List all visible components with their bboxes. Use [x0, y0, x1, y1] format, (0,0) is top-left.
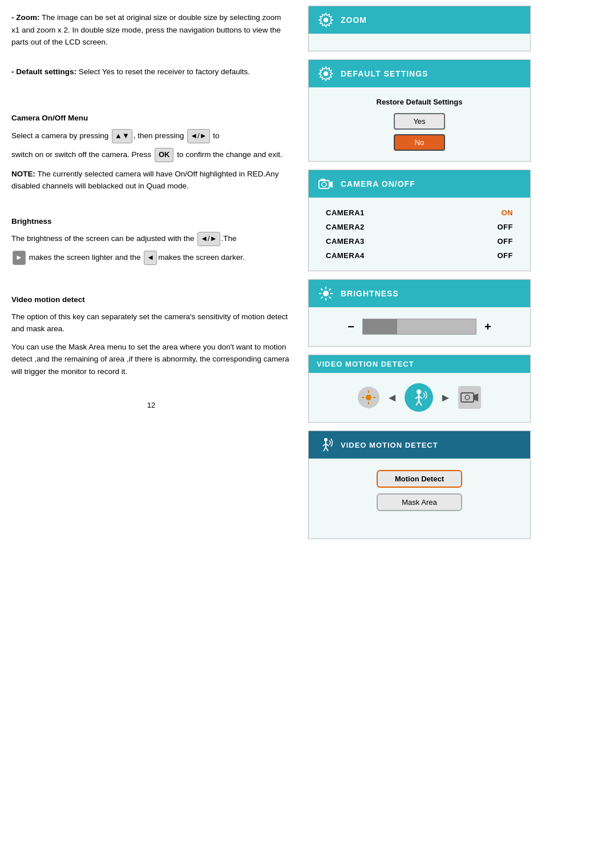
camera1-label: CAMERA1: [326, 208, 365, 217]
default-settings-gear-icon: [317, 65, 335, 83]
svg-point-1: [324, 71, 328, 76]
yes-button[interactable]: Yes: [394, 113, 445, 130]
camera1-row: CAMERA1 ON: [326, 206, 513, 220]
zoom-bold-label: - Zoom:: [11, 13, 40, 22]
vmd-title: Video motion detect: [11, 294, 291, 306]
to-text: to: [213, 131, 219, 140]
svg-line-10: [321, 289, 323, 291]
zoom-description-text: The image can be set at original size or…: [11, 13, 281, 46]
brightness-left-icon: ◄: [144, 251, 157, 265]
vmd2-panel-header: VIDEO MOTION DETECT: [309, 431, 530, 459]
camera4-status: OFF: [498, 251, 514, 260]
camera-onoff-section: Camera On/Off Menu Select a camera by pr…: [11, 112, 291, 192]
brightness-desc2-text: makes the screen lighter and the: [29, 253, 141, 262]
vmd-arrow-left: ◄: [386, 391, 398, 404]
svg-line-11: [329, 297, 331, 299]
vmd2-panel-body: Motion Detect Mask Area: [309, 459, 530, 539]
camera-onoff-desc1: Select a camera by pressing ▲▼, then pre…: [11, 129, 291, 143]
camera-onoff-panel-title: CAMERA ON/OFF: [341, 179, 415, 188]
svg-rect-4: [321, 179, 325, 180]
brightness-right-icon: ►: [13, 251, 26, 265]
brightness-sun-icon: [317, 284, 335, 303]
camera4-label: CAMERA4: [326, 251, 365, 260]
vmd2-panel: VIDEO MOTION DETECT Motion Detect Mask A…: [308, 431, 531, 539]
camera-onoff-desc2: switch on or switch off the camera. Pres…: [11, 148, 291, 162]
zoom-panel: ZOOM: [308, 6, 531, 51]
brightness-desc-text: The brightness of the screen can be adju…: [11, 234, 194, 243]
svg-rect-25: [461, 393, 474, 402]
vmd-desc2: You can use the Mask Area menu to set th…: [11, 341, 291, 378]
camera2-row: CAMERA2 OFF: [326, 220, 513, 234]
svg-point-26: [465, 395, 470, 400]
vmd-section: Video motion detect The option of this k…: [11, 294, 291, 378]
zoom-panel-title: ZOOM: [341, 15, 367, 25]
vmd-camera-icon: [458, 386, 481, 409]
confirm-text: to confirm the change and exit.: [177, 150, 282, 159]
brightness-panel-title: BRIGHTNESS: [341, 289, 399, 298]
page-number: 12: [11, 401, 291, 415]
vmd-sun-icon: [358, 387, 379, 408]
camera-onoff-title: Camera On/Off Menu: [11, 112, 291, 124]
default-settings-panel-body: Restore Default Settings Yes No: [309, 87, 530, 161]
camera-onoff-panel: CAMERA ON/OFF CAMERA1 ON CAMERA2 OFF CAM…: [308, 170, 531, 271]
default-settings-text: Select Yes to reset the receiver to fact…: [76, 67, 250, 76]
camera1-status: ON: [502, 208, 514, 217]
svg-rect-2: [319, 180, 329, 188]
svg-point-14: [366, 395, 371, 400]
camera-icon: [317, 175, 335, 193]
vmd-panel: VIDEO MOTION DETECT ◄: [308, 355, 531, 423]
camera4-row: CAMERA4 OFF: [326, 248, 513, 263]
brightness-nav-lr-icon: ◄/►: [197, 232, 220, 246]
vmd-panel-header: VIDEO MOTION DETECT: [309, 355, 530, 373]
brightness-bar-empty: [397, 319, 476, 334]
default-settings-panel-header: DEFAULT SETTINGS: [309, 60, 530, 87]
vmd-person-icon: [405, 383, 433, 412]
zoom-gear-icon: [317, 11, 335, 29]
brightness-plus-label: +: [484, 320, 491, 333]
default-settings-panel: DEFAULT SETTINGS Restore Default Setting…: [308, 59, 531, 162]
camera-onoff-panel-body: CAMERA1 ON CAMERA2 OFF CAMERA3 OFF CAMER…: [309, 198, 530, 271]
brightness-desc2: ► makes the screen lighter and the ◄make…: [11, 251, 291, 265]
brightness-section: Brightness The brightness of the screen …: [11, 215, 291, 265]
vmd-panel-body: ◄ ►: [309, 373, 530, 422]
svg-line-32: [326, 447, 328, 451]
brightness-desc1-end: .The: [221, 234, 237, 243]
camera3-status: OFF: [498, 237, 514, 246]
camera2-label: CAMERA2: [326, 223, 365, 231]
page-number-text: 12: [147, 401, 155, 409]
restore-label: Restore Default Settings: [317, 98, 522, 106]
svg-point-3: [322, 182, 326, 187]
nav-ok-icon: OK: [155, 148, 174, 162]
nav-updown-icon: ▲▼: [112, 129, 132, 143]
brightness-desc2-end: makes the screen darker.: [158, 253, 245, 262]
camera-onoff-desc-text: Select a camera by pressing: [11, 131, 108, 140]
camera-onoff-panel-header: CAMERA ON/OFF: [309, 170, 530, 198]
brightness-panel-header: BRIGHTNESS: [309, 280, 530, 307]
zoom-panel-body: [309, 34, 530, 51]
camera3-label: CAMERA3: [326, 237, 365, 246]
mask-area-button[interactable]: Mask Area: [377, 493, 462, 511]
zoom-description: - Zoom: The image can be set at original…: [11, 11, 291, 49]
brightness-bar-filled: [363, 319, 397, 334]
nav-leftright-icon: ◄/►: [187, 129, 209, 143]
svg-point-0: [324, 18, 328, 22]
brightness-panel: BRIGHTNESS − +: [308, 279, 531, 347]
svg-line-31: [324, 447, 326, 451]
brightness-bar: [362, 319, 476, 335]
svg-line-13: [321, 297, 323, 299]
motion-detect-button[interactable]: Motion Detect: [377, 470, 462, 488]
switch-text: switch on or switch off the camera. Pres…: [11, 150, 151, 159]
vmd2-panel-title: VIDEO MOTION DETECT: [341, 441, 438, 449]
vmd-panel-title: VIDEO MOTION DETECT: [317, 360, 414, 368]
svg-point-5: [323, 291, 329, 296]
no-button[interactable]: No: [394, 134, 445, 151]
note-bold: NOTE:: [11, 170, 35, 178]
svg-point-27: [324, 438, 328, 441]
zoom-panel-header: ZOOM: [309, 6, 530, 34]
brightness-title: Brightness: [11, 215, 291, 228]
zoom-section: - Zoom: The image can be set at original…: [11, 11, 291, 49]
svg-line-12: [329, 289, 331, 291]
vmd2-motion-icon: [317, 436, 335, 454]
svg-line-24: [419, 401, 422, 405]
brightness-panel-body: − +: [309, 307, 530, 346]
